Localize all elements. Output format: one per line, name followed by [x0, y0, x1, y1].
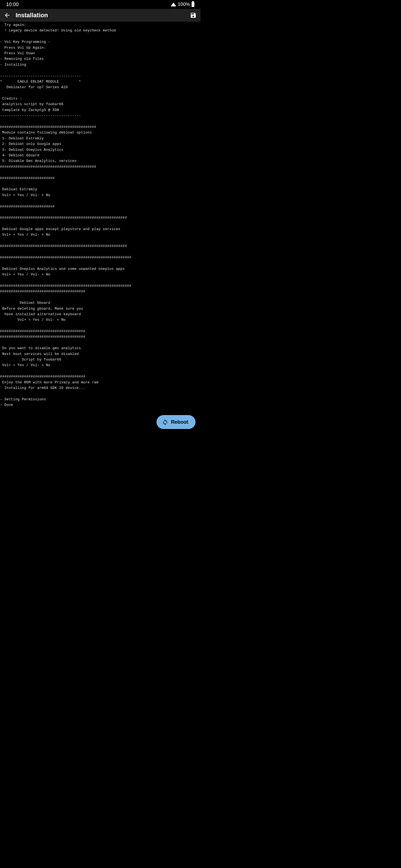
- reboot-button[interactable]: Reboot: [156, 415, 196, 429]
- wifi-icon: [171, 2, 176, 6]
- page-title: Installation: [16, 12, 185, 19]
- restart-icon: [162, 419, 168, 425]
- save-icon: [190, 12, 197, 19]
- reboot-label: Reboot: [171, 419, 188, 425]
- arrow-left-icon: [4, 12, 10, 19]
- terminal-output[interactable]: Try again: ! Legacy device detected! Usi…: [0, 22, 200, 408]
- save-button[interactable]: [190, 12, 197, 19]
- status-indicators: 100%: [171, 2, 194, 7]
- status-time: 10:00: [6, 2, 19, 7]
- battery-text: 100%: [178, 2, 190, 7]
- app-bar: Installation: [0, 9, 200, 22]
- battery-icon: [192, 2, 194, 7]
- back-button[interactable]: [4, 12, 10, 19]
- status-bar: 10:00 100%: [0, 0, 200, 9]
